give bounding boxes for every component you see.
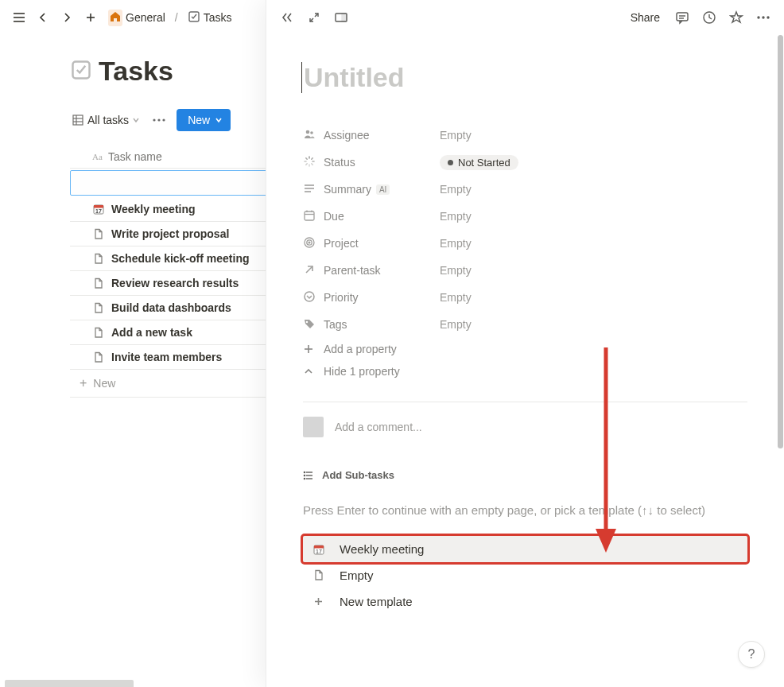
spinner-icon xyxy=(303,155,316,170)
svg-marker-26 xyxy=(731,12,742,22)
add-property-label: Add a property xyxy=(324,343,397,355)
people-icon xyxy=(303,128,316,143)
svg-point-30 xyxy=(306,130,310,134)
status-dot-icon xyxy=(448,160,453,165)
property-value-due[interactable]: Empty xyxy=(440,207,472,226)
svg-point-49 xyxy=(309,242,310,243)
property-value-parent[interactable]: Empty xyxy=(440,261,472,280)
comment-box[interactable]: Add a comment... xyxy=(303,417,747,437)
property-value-tags[interactable]: Empty xyxy=(440,315,472,334)
arrow-ur-icon xyxy=(303,263,316,278)
down-chev-icon xyxy=(303,290,316,305)
home-icon xyxy=(108,10,122,26)
doc-icon xyxy=(92,228,107,240)
svg-line-50 xyxy=(306,266,312,273)
breadcrumb-general-label: General xyxy=(126,11,165,24)
panel-divider xyxy=(303,402,747,402)
add-subtasks-button[interactable]: Add Sub-tasks xyxy=(303,469,747,481)
property-value-project[interactable]: Empty xyxy=(440,234,472,253)
property-label-text: Assignee xyxy=(324,129,370,142)
panel-collapse-icon[interactable] xyxy=(278,8,297,27)
share-button[interactable]: Share xyxy=(626,8,665,27)
peek-mode-icon[interactable] xyxy=(332,8,351,27)
property-label-status[interactable]: Status xyxy=(303,152,440,173)
more-icon[interactable] xyxy=(754,8,773,27)
svg-point-60 xyxy=(304,478,305,479)
svg-line-36 xyxy=(306,157,307,158)
property-label-parent[interactable]: Parent-task xyxy=(303,260,440,281)
doc-icon xyxy=(312,569,327,581)
comments-icon[interactable] xyxy=(673,8,692,27)
add-property-button[interactable]: Add a property xyxy=(303,338,747,360)
property-row-summary: SummaryAIEmpty xyxy=(303,176,747,203)
doc-icon xyxy=(92,253,107,265)
property-label-summary[interactable]: SummaryAI xyxy=(303,179,440,200)
property-label-due[interactable]: Due xyxy=(303,206,440,227)
property-label-tags[interactable]: Tags xyxy=(303,314,440,336)
new-tab-icon[interactable] xyxy=(81,8,100,27)
property-row-tags: TagsEmpty xyxy=(303,311,747,338)
panel-title-input[interactable]: Untitled xyxy=(301,62,747,93)
property-label-assignee[interactable]: Assignee xyxy=(303,125,440,146)
open-full-icon[interactable] xyxy=(305,8,324,27)
view-all-tasks[interactable]: All tasks xyxy=(70,111,142,130)
view-more-icon[interactable] xyxy=(148,115,170,125)
property-label-text: Summary xyxy=(324,183,371,196)
task-name: Weekly meeting xyxy=(111,203,196,215)
property-row-priority: PriorityEmpty xyxy=(303,284,747,311)
subtasks-label: Add Sub-tasks xyxy=(322,469,394,481)
svg-point-11 xyxy=(153,118,156,121)
template-label: Weekly meeting xyxy=(340,542,424,556)
property-label-text: Tags xyxy=(324,318,347,331)
new-task-button[interactable]: New xyxy=(177,109,231,131)
svg-line-39 xyxy=(312,157,312,158)
svg-line-38 xyxy=(306,163,307,164)
property-value-priority[interactable]: Empty xyxy=(440,288,472,307)
template-hint: Press Enter to continue with an empty pa… xyxy=(303,503,747,517)
nav-back-icon[interactable] xyxy=(33,8,52,27)
panel-scrollbar[interactable] xyxy=(776,35,784,687)
svg-point-29 xyxy=(767,16,769,18)
svg-rect-7 xyxy=(73,115,83,125)
property-label-project[interactable]: Project xyxy=(303,233,440,254)
scrollbar-thumb[interactable] xyxy=(778,35,783,448)
svg-rect-22 xyxy=(677,13,688,21)
doc-icon xyxy=(92,327,107,339)
template-option[interactable]: 17Weekly meeting xyxy=(303,536,747,562)
plus-icon xyxy=(312,596,327,607)
panel-topbar: Share xyxy=(266,0,784,35)
property-value-summary[interactable]: Empty xyxy=(440,180,472,199)
doc-icon xyxy=(92,278,107,289)
template-option[interactable]: Empty xyxy=(303,562,747,588)
svg-point-59 xyxy=(304,475,305,475)
task-name: Schedule kick-off meeting xyxy=(111,252,249,265)
checkbox-icon xyxy=(188,10,200,25)
tag-icon xyxy=(303,317,316,332)
task-name: Invite team members xyxy=(111,351,222,363)
updates-icon[interactable] xyxy=(700,8,719,27)
task-name: Write project proposal xyxy=(111,227,229,240)
hide-property-button[interactable]: Hide 1 property xyxy=(303,360,747,382)
calendar-badge-icon: 17 xyxy=(312,543,327,556)
target-icon xyxy=(303,236,316,251)
status-pill[interactable]: Not Started xyxy=(440,155,518,170)
property-row-due: DueEmpty xyxy=(303,203,747,230)
svg-text:Aa: Aa xyxy=(92,152,103,161)
svg-text:17: 17 xyxy=(316,548,322,553)
nav-forward-icon[interactable] xyxy=(57,8,76,27)
property-row-parent: Parent-taskEmpty xyxy=(303,257,747,284)
breadcrumb-general[interactable]: General xyxy=(105,8,169,28)
property-value-assignee[interactable]: Empty xyxy=(440,126,472,145)
help-button[interactable]: ? xyxy=(738,641,765,668)
favorite-icon[interactable] xyxy=(727,8,746,27)
svg-point-27 xyxy=(757,16,759,18)
property-label-priority[interactable]: Priority xyxy=(303,287,440,309)
breadcrumb-tasks[interactable]: Tasks xyxy=(184,9,235,27)
breadcrumb-sep: / xyxy=(173,11,180,24)
task-name: Build data dashboards xyxy=(111,301,231,314)
column-header-label: Task name xyxy=(108,150,162,163)
template-option[interactable]: New template xyxy=(303,588,747,615)
menu-icon[interactable] xyxy=(10,8,29,27)
property-row-assignee: AssigneeEmpty xyxy=(303,122,747,149)
ai-chip: AI xyxy=(376,184,390,195)
